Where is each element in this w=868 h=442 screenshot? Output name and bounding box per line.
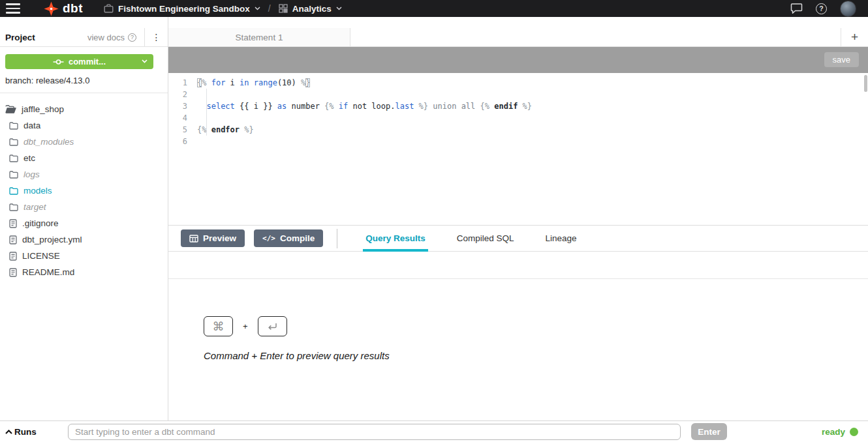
editor-area: Statement 1 + save 1{% for i in range(10… (168, 17, 868, 420)
tree-item-label: logs (23, 169, 40, 179)
status-label: ready (822, 427, 845, 437)
results-tab-lineage[interactable]: Lineage (544, 226, 578, 252)
kebab-menu-icon[interactable]: ⋮ (144, 28, 168, 46)
project-label: Analytics (292, 4, 332, 14)
tree-item-label: dbt_modules (23, 137, 74, 147)
hamburger-menu-icon[interactable] (6, 3, 20, 14)
git-commit-icon (53, 59, 64, 65)
runs-label: Runs (14, 427, 37, 437)
code-line: 1{% for i in range(10) %} (168, 77, 868, 89)
results-subheader (168, 252, 868, 279)
line-number: 3 (168, 100, 197, 112)
commit-button[interactable]: commit... (5, 54, 153, 69)
folder-icon (9, 187, 18, 195)
avatar[interactable] (840, 1, 856, 17)
folder-icon (9, 138, 18, 146)
folder-icon (9, 171, 18, 179)
file-icon (9, 235, 17, 244)
briefcase-icon (104, 4, 114, 13)
code-line: 6 (168, 136, 868, 147)
account-switcher[interactable]: Fishtown Engineering Sandbox (104, 4, 260, 14)
preview-button[interactable]: Preview (181, 229, 245, 247)
chevron-down-icon (255, 7, 260, 10)
indent-guide (206, 89, 207, 136)
tree-item-target[interactable]: target (0, 199, 168, 215)
hint-text: Command + Enter to preview query results (204, 350, 390, 361)
branch-label: branch: release/4.13.0 (5, 76, 168, 85)
tree-item-label: LICENSE (22, 251, 60, 261)
code-line: 2 (168, 89, 868, 100)
results-tab-query-results[interactable]: Query Results (364, 226, 427, 252)
enter-button[interactable]: Enter (691, 423, 727, 440)
folder-icon (9, 155, 18, 162)
status-dot-icon (850, 428, 858, 436)
tree-item-models[interactable]: models (0, 183, 168, 199)
file-icon (9, 252, 17, 261)
project-switcher[interactable]: Analytics (279, 4, 342, 14)
command-key-icon: ⌘ (204, 316, 233, 336)
help-icon[interactable]: ? (816, 3, 827, 14)
tree-item-readme-md[interactable]: README.md (0, 264, 168, 280)
file-tree: jaffle_shop data dbt_modules etc logs mo… (0, 93, 168, 280)
commit-label: commit... (69, 57, 106, 66)
compile-button[interactable]: </> Compile (254, 229, 323, 247)
results-content: ⌘ + Command + Enter to preview query res… (168, 279, 868, 420)
results-tabs: Query ResultsCompiled SQLLineage (364, 226, 606, 252)
file-icon (9, 219, 17, 228)
folder-icon (9, 122, 18, 130)
dbt-logo-icon (44, 1, 59, 16)
tree-item-label: dbt_project.yml (22, 235, 82, 244)
preview-table-icon (189, 235, 198, 243)
tree-item-label: .gitignore (22, 218, 59, 228)
folder-open-icon (5, 105, 16, 113)
view-docs-link[interactable]: view docs ? (87, 33, 136, 42)
top-nav: dbt Fishtown Engineering Sandbox / Analy… (0, 0, 868, 17)
chat-icon[interactable] (790, 3, 803, 14)
plus-sign: + (243, 321, 248, 331)
dbt-logo[interactable]: dbt (44, 1, 83, 16)
tree-item-dbt-modules[interactable]: dbt_modules (0, 134, 168, 150)
logo-text: dbt (63, 1, 83, 16)
grid-icon (279, 4, 288, 13)
tree-item-data[interactable]: data (0, 117, 168, 134)
sidebar-title: Project (5, 33, 35, 42)
editor-toolbar: save (168, 47, 868, 73)
tree-item-license[interactable]: LICENSE (0, 248, 168, 264)
chevron-down-icon (336, 7, 342, 10)
file-icon (9, 268, 17, 277)
tree-item-label: data (23, 121, 40, 130)
line-number: 5 (168, 124, 197, 136)
code-line: 3 select {{ i }} as number {% if not loo… (168, 100, 868, 112)
tree-item-label: target (23, 202, 46, 212)
tree-item-label: models (23, 186, 52, 196)
breadcrumb-separator: / (268, 3, 271, 14)
panel-divider (337, 229, 337, 248)
tree-item--gitignore[interactable]: .gitignore (0, 215, 168, 231)
tree-item-logs[interactable]: logs (0, 166, 168, 183)
results-tab-compiled-sql[interactable]: Compiled SQL (456, 226, 516, 252)
runs-toggle[interactable]: Runs (5, 427, 68, 437)
editor-scrollbar-thumb[interactable] (864, 75, 867, 92)
enter-key-icon (258, 316, 287, 336)
code-icon: </> (262, 234, 275, 243)
line-number: 4 (168, 112, 197, 124)
shortcut-hint: ⌘ + Command + Enter to preview query res… (204, 316, 390, 361)
docs-help-icon: ? (128, 33, 136, 42)
account-label: Fishtown Engineering Sandbox (118, 4, 250, 14)
save-button[interactable]: save (824, 52, 859, 67)
tree-item-label: etc (23, 153, 35, 163)
line-number: 1 (168, 77, 197, 89)
commit-chevron-down-icon[interactable] (142, 59, 147, 63)
code-editor[interactable]: 1{% for i in range(10) %}23 select {{ i … (168, 73, 868, 225)
tree-item-etc[interactable]: etc (0, 150, 168, 166)
file-explorer-sidebar: Project view docs ? ⋮ commit... bra (0, 17, 168, 420)
tree-item-label: jaffle_shop (22, 104, 64, 114)
line-number: 6 (168, 136, 197, 147)
code-line: 4 (168, 112, 868, 124)
tab-statement-1[interactable]: Statement 1 (168, 28, 350, 46)
command-bar: Runs Enter ready (0, 420, 868, 442)
new-tab-button[interactable]: + (841, 28, 868, 46)
tree-item-dbt-project-yml[interactable]: dbt_project.yml (0, 231, 168, 248)
tree-item-jaffle-shop[interactable]: jaffle_shop (0, 101, 168, 117)
dbt-command-input[interactable] (68, 424, 681, 440)
